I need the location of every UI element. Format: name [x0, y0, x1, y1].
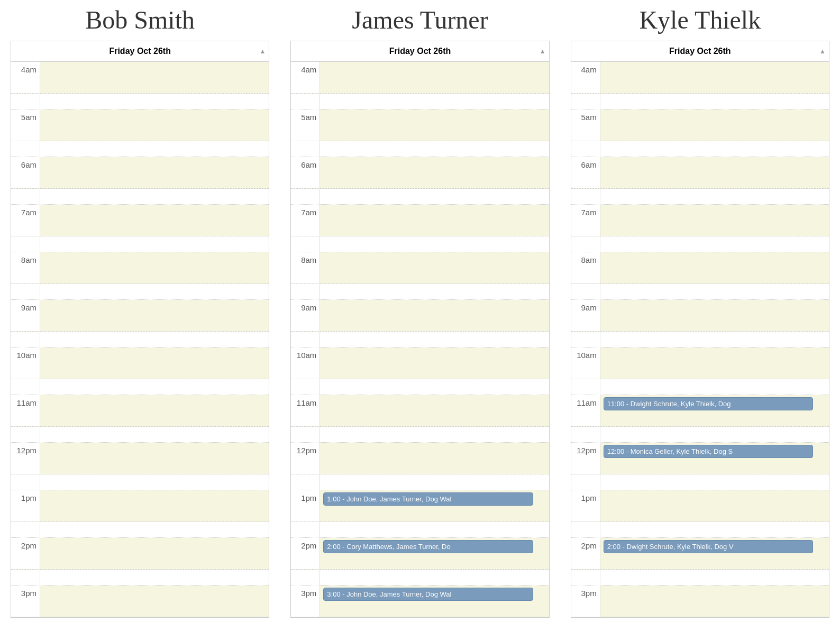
half-hour-label [571, 570, 600, 585]
half-hour-slot[interactable] [600, 332, 829, 347]
half-hour-row [571, 236, 829, 252]
half-hour-slot[interactable] [600, 189, 829, 204]
time-slot[interactable] [40, 62, 269, 93]
time-slot[interactable] [320, 300, 549, 331]
half-hour-slot[interactable] [320, 141, 549, 157]
time-slot[interactable]: 12:00 - Monica Geller, Kyle Thielk, Dog … [600, 443, 829, 474]
time-slot[interactable] [320, 395, 549, 426]
calendar-body[interactable]: 4am5am6am7am8am9am10am11am11:00 - Dwight… [571, 62, 829, 617]
half-hour-slot[interactable] [40, 379, 269, 395]
half-hour-slot[interactable] [40, 474, 269, 490]
half-hour-slot[interactable] [40, 570, 269, 585]
half-hour-slot[interactable] [320, 570, 549, 585]
half-hour-slot[interactable] [320, 474, 549, 490]
event-block[interactable]: 1:00 - John Doe, James Turner, Dog Wal [323, 492, 533, 506]
half-hour-slot[interactable] [40, 189, 269, 204]
half-hour-slot[interactable] [600, 284, 829, 299]
time-row: 6am [571, 157, 829, 189]
half-hour-slot[interactable] [600, 236, 829, 252]
time-slot[interactable] [320, 157, 549, 188]
half-hour-label [571, 427, 600, 442]
half-hour-row [571, 94, 829, 109]
half-hour-slot[interactable] [40, 522, 269, 537]
time-slot[interactable] [320, 109, 549, 141]
time-slot[interactable] [600, 252, 829, 283]
event-block[interactable]: 2:00 - Dwight Schrute, Kyle Thielk, Dog … [604, 540, 813, 553]
time-slot[interactable] [320, 252, 549, 283]
scroll-up-indicator[interactable]: ▲ [819, 48, 826, 55]
time-slot[interactable]: 2:00 - Dwight Schrute, Kyle Thielk, Dog … [600, 538, 829, 569]
calendar-body[interactable]: 4am5am6am7am8am9am10am11am12pm1pm2pm3pm4… [11, 62, 269, 617]
calendar-header: Friday Oct 26th▲ [291, 41, 549, 62]
half-hour-slot[interactable] [40, 94, 269, 109]
time-slot[interactable] [40, 347, 269, 379]
time-slot[interactable] [600, 157, 829, 188]
event-block[interactable]: 12:00 - Monica Geller, Kyle Thielk, Dog … [604, 445, 813, 458]
half-hour-slot[interactable] [600, 379, 829, 395]
half-hour-slot[interactable] [320, 379, 549, 395]
time-slot[interactable] [40, 490, 269, 522]
event-block[interactable]: 2:00 - Cory Matthews, James Turner, Do [323, 540, 533, 553]
half-hour-slot[interactable] [40, 141, 269, 157]
time-slot[interactable] [600, 347, 829, 379]
time-slot[interactable] [600, 586, 829, 617]
time-slot[interactable]: 3:00 - John Doe, James Turner, Dog Wal [320, 586, 549, 617]
time-label: 11am [11, 395, 40, 426]
half-hour-row [11, 189, 269, 205]
half-hour-slot[interactable] [320, 284, 549, 299]
time-slot[interactable] [600, 490, 829, 522]
time-label: 11am [291, 395, 320, 426]
time-slot[interactable] [600, 205, 829, 236]
half-hour-slot[interactable] [320, 189, 549, 204]
time-slot[interactable]: 1:00 - John Doe, James Turner, Dog Wal [320, 490, 549, 522]
time-slot[interactable] [40, 395, 269, 426]
time-slot[interactable] [320, 205, 549, 236]
half-hour-slot[interactable] [320, 236, 549, 252]
half-hour-row [11, 284, 269, 300]
time-slot[interactable] [40, 538, 269, 569]
event-block[interactable]: 11:00 - Dwight Schrute, Kyle Thielk, Dog [604, 397, 813, 410]
half-hour-slot[interactable] [40, 284, 269, 299]
time-label: 5am [291, 109, 320, 141]
time-slot[interactable] [40, 109, 269, 141]
time-slot[interactable] [600, 109, 829, 141]
event-block[interactable]: 3:00 - John Doe, James Turner, Dog Wal [323, 588, 533, 601]
time-slot[interactable]: 11:00 - Dwight Schrute, Kyle Thielk, Dog [600, 395, 829, 426]
time-row: 12pm [291, 443, 549, 474]
half-hour-slot[interactable] [600, 141, 829, 157]
half-hour-slot[interactable] [600, 94, 829, 109]
half-hour-slot[interactable] [40, 332, 269, 347]
half-hour-slot[interactable] [600, 522, 829, 537]
time-row: 1pm [11, 490, 269, 522]
time-slot[interactable] [320, 443, 549, 474]
half-hour-slot[interactable] [320, 332, 549, 347]
half-hour-slot[interactable] [600, 474, 829, 490]
calendar-body[interactable]: 4am5am6am7am8am9am10am11am12pm1pm1:00 - … [291, 62, 549, 617]
time-slot[interactable] [40, 205, 269, 236]
scroll-up-indicator[interactable]: ▲ [259, 48, 266, 55]
half-hour-row [291, 427, 549, 443]
time-slot[interactable] [600, 62, 829, 93]
half-hour-row [571, 141, 829, 157]
half-hour-slot[interactable] [40, 236, 269, 252]
time-slot[interactable]: 2:00 - Cory Matthews, James Turner, Do [320, 538, 549, 569]
half-hour-slot[interactable] [320, 522, 549, 537]
half-hour-row [571, 284, 829, 300]
half-hour-slot[interactable] [40, 427, 269, 442]
time-slot[interactable] [600, 300, 829, 331]
time-slot[interactable] [40, 443, 269, 474]
time-label: 4am [291, 62, 320, 93]
scroll-up-indicator[interactable]: ▲ [540, 48, 546, 55]
time-label: 9am [11, 300, 40, 331]
half-hour-slot[interactable] [320, 94, 549, 109]
time-slot[interactable] [320, 347, 549, 379]
half-hour-slot[interactable] [600, 570, 829, 585]
half-hour-label [11, 236, 40, 252]
half-hour-slot[interactable] [600, 427, 829, 442]
half-hour-slot[interactable] [320, 427, 549, 442]
time-slot[interactable] [320, 62, 549, 93]
time-slot[interactable] [40, 300, 269, 331]
time-slot[interactable] [40, 157, 269, 188]
time-slot[interactable] [40, 586, 269, 617]
time-slot[interactable] [40, 252, 269, 283]
